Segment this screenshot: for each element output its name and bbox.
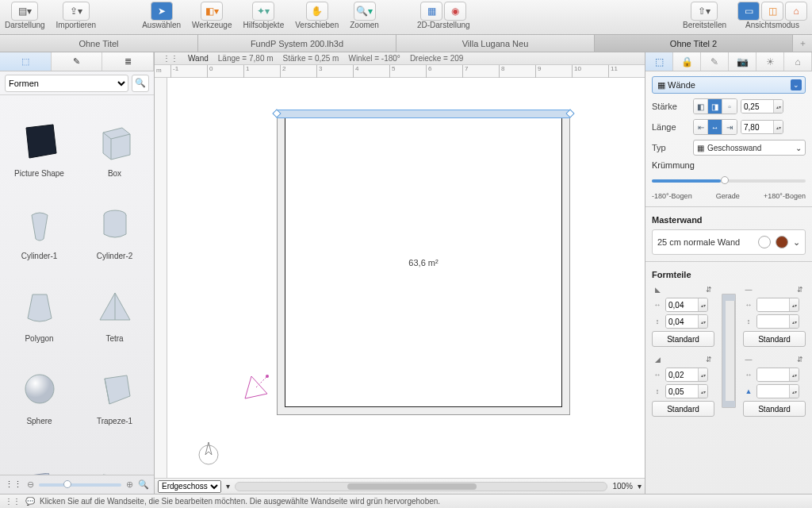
shape-cyl1[interactable]: Cylinder-1	[3, 181, 75, 260]
ft-r-1[interactable]: ▴▾	[756, 298, 799, 312]
wall-cross-section	[719, 291, 738, 410]
insp-tab-wall[interactable]: ⬚	[645, 52, 673, 71]
tab-add-button[interactable]: ＋	[793, 35, 812, 52]
search-icon[interactable]: 🔍	[138, 479, 149, 490]
shape-10[interactable]	[79, 429, 151, 475]
cursor-icon[interactable]: ➤	[151, 2, 173, 21]
library-tab-3[interactable]: ≣	[102, 52, 154, 71]
library-tab-shapes[interactable]: ⬚	[0, 52, 52, 71]
masterwall-title: Masterwand	[652, 215, 806, 225]
drawing-canvas[interactable]: 63,6 m²	[167, 78, 645, 478]
ft-l-std-2[interactable]: Standard	[652, 401, 714, 417]
share-icon[interactable]: ⇧▾	[691, 2, 718, 21]
view2d-a-icon[interactable]: ▦	[420, 2, 442, 21]
svg-line-14	[256, 376, 267, 387]
compass-icon	[195, 439, 222, 466]
ft-r-std-1[interactable]: Standard	[743, 331, 806, 347]
hand-icon[interactable]: ✋	[306, 2, 328, 21]
grip-icon: ⋮⋮	[5, 497, 21, 506]
ft-l-1[interactable]: ▴▾	[665, 298, 708, 312]
room-outline[interactable]: 63,6 m²	[277, 110, 570, 415]
ruler-vertical	[155, 78, 167, 478]
tab-0[interactable]: Ohne Titel	[0, 35, 198, 52]
ft-r-3[interactable]: ▴▾	[756, 368, 799, 382]
tb-label: Verschieben	[295, 21, 339, 29]
view2d-b-icon[interactable]: ◉	[444, 2, 466, 21]
thickness-input[interactable]: ▴▾	[741, 99, 783, 114]
curvature-label: Krümmung	[652, 160, 806, 170]
ft-l-3[interactable]: ▴▾	[665, 368, 708, 382]
helpers-icon[interactable]: ✦▾	[252, 2, 274, 21]
zoom-in-icon[interactable]: ⊕	[126, 479, 133, 490]
category-select[interactable]: Formen	[5, 75, 128, 92]
ft-r-2[interactable]: ▴▾	[756, 314, 799, 329]
tools-icon[interactable]: ◧▾	[201, 2, 223, 21]
svg-point-16	[199, 445, 218, 464]
canvas-area: ⋮⋮ Wand Länge = 7,80 m Stärke = 0,25 m W…	[155, 52, 645, 494]
shape-cyl2[interactable]: Cylinder-2	[79, 181, 151, 260]
ft-l-2[interactable]: ▴▾	[665, 314, 708, 329]
shape-9[interactable]	[3, 429, 75, 475]
status-text: Klicken Sie auf die Wandseite, die Sie b…	[40, 497, 440, 506]
inspector-sidebar: ⬚ 🔒 ✎ 📷 ☀ ⌂ ▦ Wände ⌄ Stärke ◧◨▫ ▴▾ Läng…	[645, 52, 812, 494]
ruler-horizontal: m -101234567891011	[155, 65, 645, 78]
library-sidebar: ⬚ ✎ ≣ Formen 🔍 Picture Shape Box Cylinde…	[0, 52, 155, 494]
h-scrollbar[interactable]	[235, 482, 607, 491]
import-icon[interactable]: ⇪▾	[63, 2, 90, 21]
layout-icon[interactable]: ▤▾	[11, 2, 38, 21]
length-align[interactable]: ⇤↔⇥	[693, 119, 737, 135]
shape-picture[interactable]: Picture Shape	[3, 98, 75, 178]
mode-b-icon[interactable]: ◫	[761, 2, 783, 21]
shape-box[interactable]: Box	[79, 98, 151, 178]
shape-sphere[interactable]: Sphere	[3, 346, 75, 425]
insp-tab-6[interactable]: ⌂	[784, 52, 812, 71]
insp-tab-5[interactable]: ☀	[756, 52, 784, 71]
library-tab-2[interactable]: ✎	[52, 52, 103, 71]
mode-c-icon[interactable]: ⌂	[785, 2, 807, 21]
masterwall-select[interactable]: 25 cm normale Wand ⌄	[652, 229, 806, 255]
ft-l-4[interactable]: ▴▾	[665, 384, 708, 398]
left-footer: ⋮⋮ ⊖ ⊕ 🔍	[0, 475, 154, 494]
insp-tab-2[interactable]: 🔒	[673, 52, 701, 71]
profile-top-icon: ◣	[652, 284, 663, 295]
tab-3[interactable]: Ohne Titel 2	[595, 35, 793, 52]
tb-label: Auswählen	[142, 21, 181, 29]
tab-2[interactable]: Villa Lugana Neu	[396, 35, 595, 52]
type-select[interactable]: ▦ Geschosswand⌄	[693, 140, 806, 156]
shape-trapeze[interactable]: Trapeze-1	[79, 346, 151, 425]
zoom-menu-icon[interactable]: ▾	[638, 482, 642, 491]
info-icon: 💬	[25, 497, 35, 506]
tb-label: Bereitstellen	[683, 21, 726, 29]
tb-darstellung: ▤▾ Darstellung	[5, 2, 45, 29]
room-area-label: 63,6 m²	[408, 258, 438, 267]
shape-polygon[interactable]: Polygon	[3, 264, 75, 343]
tb-label: 2D-Darstellung	[417, 21, 470, 29]
floor-select[interactable]: Erdgeschoss	[158, 480, 221, 493]
element-type-select[interactable]: ▦ Wände ⌄	[652, 76, 806, 94]
ft-r-4[interactable]: ▴▾	[756, 384, 799, 398]
library-zoom-slider[interactable]	[39, 483, 121, 487]
mode-a-icon[interactable]: ▭	[737, 2, 760, 21]
insp-tab-4[interactable]: 📷	[729, 52, 756, 71]
insp-tab-3[interactable]: ✎	[701, 52, 729, 71]
selected-wall[interactable]	[277, 110, 570, 118]
tab-1[interactable]: FundP System 200.lh3d	[198, 35, 396, 52]
add-floor-icon[interactable]: ▾	[226, 482, 230, 491]
formteile-left: ◣⇵ ↔▴▾ ↕▴▾ Standard ◢⇵ ↔▴▾ ↕▴▾ Standard	[652, 284, 714, 417]
zoom-out-icon[interactable]: ⊖	[27, 479, 34, 490]
ft-r-std-2[interactable]: Standard	[743, 401, 806, 417]
shape-tetra[interactable]: Tetra	[79, 264, 151, 343]
tb-label: Darstellung	[5, 21, 45, 29]
svg-marker-17	[205, 442, 212, 455]
camera-icon[interactable]	[240, 371, 272, 403]
length-input[interactable]: ▴▾	[741, 120, 783, 134]
search-icon[interactable]: 🔍	[132, 75, 149, 92]
tb-label: Hilfsobjekte	[243, 21, 285, 29]
stepper-icon[interactable]: ⇵	[703, 284, 714, 295]
zoom-icon[interactable]: 🔍▾	[354, 2, 376, 21]
ft-l-std-1[interactable]: Standard	[652, 331, 714, 347]
thickness-align[interactable]: ◧◨▫	[693, 98, 737, 114]
curvature-slider[interactable]	[652, 179, 806, 183]
formteile-title: Formteile	[652, 270, 806, 279]
svg-marker-0	[26, 125, 56, 158]
